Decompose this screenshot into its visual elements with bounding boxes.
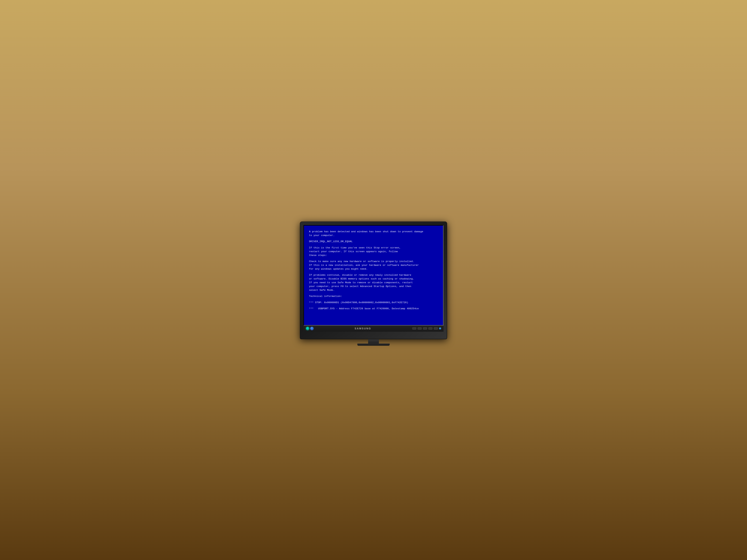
bsod-text-line bbox=[309, 292, 438, 295]
bsod-text-line: If problems continue, disable or remove … bbox=[309, 273, 438, 277]
brightness-up-button[interactable] bbox=[418, 327, 422, 329]
monitor-brand-label: SAMSUNG bbox=[355, 327, 371, 330]
bsod-text-line: select Safe Mode. bbox=[309, 288, 438, 292]
bsod-text-line: for any windows updates you might need. bbox=[309, 267, 438, 271]
monitor-stand-neck bbox=[368, 339, 379, 344]
auto-button[interactable] bbox=[434, 327, 438, 329]
bsod-text-line bbox=[309, 271, 438, 273]
bsod-content: A problem has been detected and windows … bbox=[304, 225, 443, 315]
bsod-text-line: or software. Disable BIOS memory options… bbox=[309, 277, 438, 281]
menu-button[interactable] bbox=[412, 327, 416, 329]
monitor-wrapper: A problem has been detected and windows … bbox=[300, 221, 447, 346]
bsod-text-line: DRIVER_IRQL_NOT_LESS_OR_EQUAL bbox=[309, 240, 438, 244]
bsod-text-line: restart your computer. If this screen ap… bbox=[309, 250, 438, 254]
bsod-text-line: If this is the first time you've seen th… bbox=[309, 246, 438, 250]
bsod-text-line: Check to make sure any new hardware or s… bbox=[309, 260, 438, 264]
bsod-text-line: your computer, press F8 to select Advanc… bbox=[309, 285, 438, 288]
monitor-bezel: A problem has been detected and windows … bbox=[300, 221, 447, 339]
monitor-controls[interactable] bbox=[412, 327, 441, 329]
monitor-stand-base bbox=[357, 344, 390, 346]
bsod-text-line bbox=[309, 258, 438, 260]
bsod-text-line: Technical information: bbox=[309, 295, 438, 298]
bsod-text-line: *** STOP: 0x000000D1 (0x00D47800,0x00000… bbox=[309, 301, 438, 304]
bsod-text-line bbox=[309, 304, 438, 307]
bsod-text-line bbox=[309, 237, 438, 240]
monitor-screen: A problem has been detected and windows … bbox=[304, 225, 443, 326]
power-button[interactable] bbox=[439, 327, 441, 329]
bsod-text-line: to your computer. bbox=[309, 234, 438, 237]
bsod-text-line bbox=[309, 298, 438, 301]
power-indicator bbox=[306, 327, 309, 330]
input-indicator bbox=[310, 327, 313, 330]
monitor-bottom-bar: SAMSUNG bbox=[304, 325, 443, 332]
bsod-text-line: A problem has been detected and windows … bbox=[309, 230, 438, 234]
brightness-down-button[interactable] bbox=[423, 327, 427, 329]
bsod-text-line: If this is a new installation, ask your … bbox=[309, 264, 438, 267]
bsod-text-line: If you need to use Safe Mode to remove o… bbox=[309, 281, 438, 285]
bsod-text-line: *** USBPORT.SYS - Address F742E726 base … bbox=[309, 307, 438, 311]
monitor-indicators bbox=[306, 327, 313, 330]
bsod-text-line bbox=[309, 244, 438, 246]
bsod-text-line: these steps: bbox=[309, 254, 438, 258]
input-button[interactable] bbox=[429, 327, 432, 329]
